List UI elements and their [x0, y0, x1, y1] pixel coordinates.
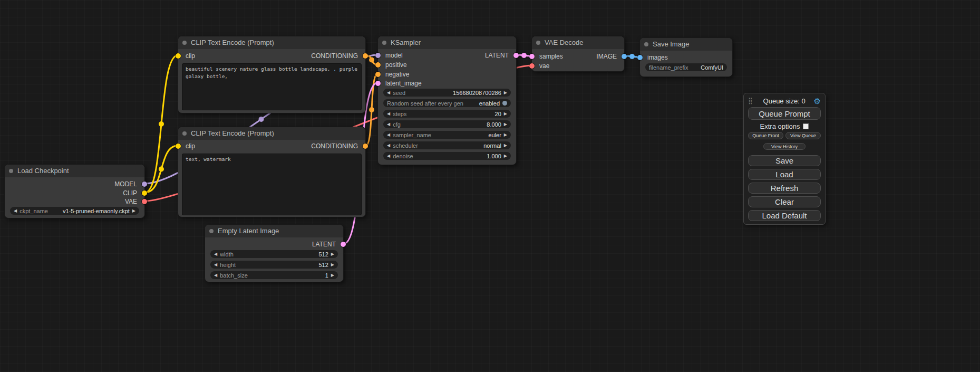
node-ksampler[interactable]: KSamplermodelpositivenegativelatent_imag… [377, 36, 517, 165]
widget-filename_prefix[interactable]: filename_prefixComfyUI [645, 63, 727, 71]
increment-arrow-icon[interactable]: ▶ [504, 120, 507, 128]
decrement-arrow-icon[interactable]: ◀ [214, 271, 217, 279]
widget-batch_size[interactable]: ◀batch_size1▶ [210, 271, 338, 279]
widget-cfg[interactable]: ◀cfg8.000▶ [383, 120, 511, 128]
collapse-dot-icon[interactable] [536, 41, 540, 45]
drag-handle-icon[interactable]: ⣿ [748, 97, 753, 104]
decrement-arrow-icon[interactable]: ◀ [387, 131, 390, 139]
LATENT-output-port[interactable] [341, 242, 346, 247]
IMAGE-output-port[interactable] [622, 54, 627, 59]
prompt-textarea[interactable]: text, watermark [182, 154, 362, 215]
node-title-label: CLIP Text Encode (Prompt) [191, 129, 274, 137]
queue-front-button[interactable]: Queue Front [748, 132, 783, 139]
widget-Random seed after every gen[interactable]: Random seed after every genenabled [383, 99, 511, 107]
widget-label: scheduler [393, 142, 418, 149]
node-title-bar[interactable]: Save Image [640, 38, 732, 51]
collapse-dot-icon[interactable] [644, 42, 648, 46]
CONDITIONING-output-port[interactable] [363, 53, 368, 59]
latent_image-input-port[interactable] [375, 81, 381, 86]
extra-options-checkbox[interactable] [803, 123, 809, 129]
node-title-bar[interactable]: CLIP Text Encode (Prompt) [178, 36, 365, 49]
load-button[interactable]: Load [748, 169, 821, 180]
link-midpoint-dot-conditioning-positive [369, 58, 374, 63]
node-clip-text-encode-negative[interactable]: CLIP Text Encode (Prompt)clipCONDITIONIN… [178, 127, 366, 217]
node-title-label: Save Image [653, 40, 689, 48]
decrement-arrow-icon[interactable]: ◀ [14, 207, 17, 215]
clear-button[interactable]: Clear [748, 196, 821, 207]
decrement-arrow-icon[interactable]: ◀ [387, 141, 390, 149]
node-title-label: CLIP Text Encode (Prompt) [191, 39, 274, 46]
node-vae-decode[interactable]: VAE DecodesamplesvaeIMAGE [531, 36, 625, 72]
node-graph-canvas[interactable]: Load CheckpointMODELCLIPVAE◀ckpt_namev1-… [0, 0, 980, 372]
node-clip-text-encode-positive[interactable]: CLIP Text Encode (Prompt)clipCONDITIONIN… [178, 36, 366, 113]
node-title-bar[interactable]: VAE Decode [532, 36, 624, 49]
CONDITIONING-output-port[interactable] [363, 144, 368, 149]
collapse-dot-icon[interactable] [382, 41, 386, 45]
input-slot-label: vae [539, 62, 549, 70]
increment-arrow-icon[interactable]: ▶ [504, 141, 507, 149]
link-midpoint-dot-clip-positive [159, 121, 164, 127]
model-input-port[interactable] [375, 53, 381, 58]
collapse-dot-icon[interactable] [182, 41, 187, 45]
widget-seed[interactable]: ◀seed156680208700286▶ [383, 89, 511, 97]
positive-input-port[interactable] [375, 62, 381, 68]
decrement-arrow-icon[interactable]: ◀ [387, 120, 390, 128]
increment-arrow-icon[interactable]: ▶ [331, 271, 334, 279]
widget-height[interactable]: ◀height512▶ [210, 261, 338, 269]
widget-steps[interactable]: ◀steps20▶ [383, 110, 511, 118]
increment-arrow-icon[interactable]: ▶ [331, 261, 334, 269]
clip-input-port[interactable] [176, 53, 181, 59]
decrement-arrow-icon[interactable]: ◀ [214, 261, 217, 269]
settings-gear-icon[interactable]: ⚙ [814, 97, 821, 105]
link-midpoint-dot-conditioning-negative [369, 107, 374, 112]
MODEL-output-port[interactable] [142, 182, 147, 187]
collapse-dot-icon[interactable] [9, 169, 13, 173]
collapse-dot-icon[interactable] [209, 229, 214, 233]
widget-ckpt_name[interactable]: ◀ckpt_namev1-5-pruned-emaonly.ckpt▶ [10, 207, 139, 215]
widget-sampler_name[interactable]: ◀sampler_nameeuler▶ [383, 131, 511, 139]
decrement-arrow-icon[interactable]: ◀ [387, 110, 390, 118]
node-title-bar[interactable]: Load Checkpoint [5, 165, 144, 177]
node-title-label: Load Checkpoint [17, 167, 69, 175]
decrement-arrow-icon[interactable]: ◀ [387, 152, 390, 160]
increment-arrow-icon[interactable]: ▶ [504, 152, 507, 160]
prompt-textarea[interactable]: beautiful scenery nature glass bottle la… [182, 63, 362, 110]
increment-arrow-icon[interactable]: ▶ [331, 250, 334, 258]
view-queue-button[interactable]: View Queue [785, 132, 821, 139]
increment-arrow-icon[interactable]: ▶ [504, 110, 507, 118]
widget-scheduler[interactable]: ◀schedulernormal▶ [383, 141, 511, 149]
collapse-dot-icon[interactable] [182, 131, 187, 136]
queue-prompt-button[interactable]: Queue Prompt [748, 107, 821, 120]
clip-input-port[interactable] [176, 144, 181, 149]
widget-width[interactable]: ◀width512▶ [210, 250, 338, 258]
samples-input-port[interactable] [529, 54, 535, 59]
refresh-button[interactable]: Refresh [748, 183, 821, 194]
vae-input-port[interactable] [529, 63, 535, 69]
increment-arrow-icon[interactable]: ▶ [504, 89, 507, 97]
VAE-output-port[interactable] [142, 199, 147, 204]
load-default-button[interactable]: Load Default [748, 210, 821, 221]
toggle-knob-icon[interactable] [502, 101, 507, 106]
node-title-bar[interactable]: Empty Latent Image [205, 225, 343, 237]
widget-value: 1 [325, 272, 328, 279]
save-button[interactable]: Save [748, 155, 821, 166]
negative-input-port[interactable] [375, 72, 381, 77]
output-slot-label: LATENT [485, 51, 509, 60]
decrement-arrow-icon[interactable]: ◀ [214, 250, 217, 258]
node-title-bar[interactable]: CLIP Text Encode (Prompt) [178, 127, 365, 140]
widget-value: 8.000 [487, 121, 501, 128]
widget-denoise[interactable]: ◀denoise1.000▶ [383, 152, 511, 160]
link-midpoint-dot-image [629, 54, 635, 59]
images-input-port[interactable] [637, 55, 643, 60]
increment-arrow-icon[interactable]: ▶ [504, 131, 507, 139]
CLIP-output-port[interactable] [142, 190, 147, 196]
increment-arrow-icon[interactable]: ▶ [132, 207, 135, 215]
node-save-image[interactable]: Save Imageimagesfilename_prefixComfyUI [639, 37, 733, 77]
view-history-button[interactable]: View History [763, 143, 806, 150]
LATENT-output-port[interactable] [513, 53, 519, 58]
node-empty-latent-image[interactable]: Empty Latent ImageLATENT◀width512▶◀heigh… [205, 224, 344, 282]
node-load-checkpoint[interactable]: Load CheckpointMODELCLIPVAE◀ckpt_namev1-… [4, 164, 145, 218]
input-slot-label: clip [186, 52, 195, 60]
node-title-bar[interactable]: KSampler [378, 36, 516, 49]
decrement-arrow-icon[interactable]: ◀ [387, 89, 390, 97]
